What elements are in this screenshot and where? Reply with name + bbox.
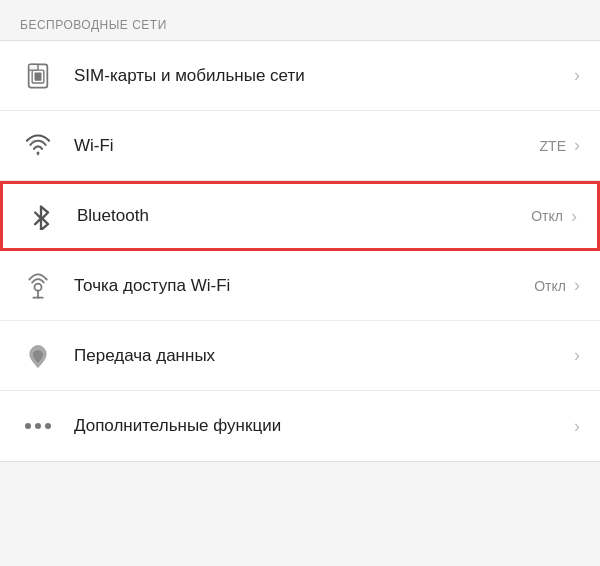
settings-item-hotspot[interactable]: Точка доступа Wi-Fi Откл ›	[0, 251, 600, 321]
svg-rect-2	[35, 72, 42, 80]
hotspot-label: Точка доступа Wi-Fi	[74, 276, 534, 296]
data-transfer-chevron: ›	[574, 345, 580, 366]
more-icon	[20, 408, 56, 444]
wifi-chevron: ›	[574, 135, 580, 156]
settings-item-wifi[interactable]: Wi-Fi ZTE ›	[0, 111, 600, 181]
more-label: Дополнительные функции	[74, 416, 566, 436]
wifi-label: Wi-Fi	[74, 136, 540, 156]
more-chevron: ›	[574, 416, 580, 437]
settings-item-more[interactable]: Дополнительные функции ›	[0, 391, 600, 461]
bluetooth-label: Bluetooth	[77, 206, 531, 226]
settings-item-data-transfer[interactable]: Передача данных ›	[0, 321, 600, 391]
wifi-status: ZTE	[540, 138, 566, 154]
sim-label: SIM-карты и мобильные сети	[74, 66, 566, 86]
bluetooth-chevron: ›	[571, 206, 577, 227]
hotspot-status: Откл	[534, 278, 566, 294]
sim-icon	[20, 58, 56, 94]
sim-chevron: ›	[574, 65, 580, 86]
hotspot-icon	[20, 268, 56, 304]
settings-list: SIM-карты и мобильные сети › Wi-Fi ZTE ›…	[0, 40, 600, 462]
data-transfer-icon	[20, 338, 56, 374]
data-transfer-label: Передача данных	[74, 346, 566, 366]
svg-rect-3	[29, 64, 38, 70]
hotspot-chevron: ›	[574, 275, 580, 296]
svg-point-4	[36, 151, 39, 154]
settings-item-sim[interactable]: SIM-карты и мобильные сети ›	[0, 41, 600, 111]
bluetooth-status: Откл	[531, 208, 563, 224]
bluetooth-icon	[23, 198, 59, 234]
wifi-icon	[20, 128, 56, 164]
settings-item-bluetooth[interactable]: Bluetooth Откл ›	[0, 181, 600, 251]
svg-point-5	[35, 283, 42, 290]
section-header: БЕСПРОВОДНЫЕ СЕТИ	[0, 0, 600, 40]
